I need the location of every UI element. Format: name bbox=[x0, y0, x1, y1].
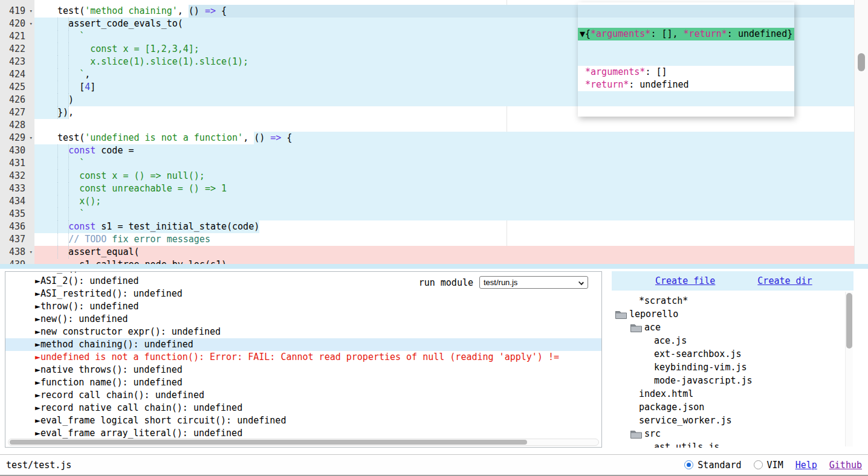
code-text: x(); bbox=[47, 196, 101, 207]
code-line[interactable]: 435 ` bbox=[0, 208, 868, 220]
code-line[interactable]: 437 // TODO fix error messages bbox=[0, 233, 868, 246]
line-number[interactable]: 432 bbox=[0, 170, 34, 182]
file-tree-scrollbar[interactable] bbox=[845, 292, 853, 446]
code-segment: 'undefined is not a function' bbox=[85, 132, 243, 143]
create-file-link[interactable]: Create file bbox=[655, 275, 715, 286]
line-number[interactable]: 425 bbox=[0, 81, 34, 94]
code-segment: => bbox=[270, 132, 281, 143]
keyboard-mode-standard[interactable]: Standard bbox=[684, 460, 741, 471]
tree-file[interactable]: ast_utils.js bbox=[612, 440, 853, 448]
tooltip-header[interactable]: ▼{*arguments*: [], *return*: undefined} bbox=[578, 28, 794, 40]
file-tree-scrollbar-thumb[interactable] bbox=[846, 293, 852, 349]
line-number[interactable]: 438▾ bbox=[0, 246, 34, 259]
test-results-list: ►ASI_1(): undefined►ASI_2(): undefined►A… bbox=[5, 272, 601, 440]
github-link[interactable]: Github bbox=[829, 460, 862, 471]
tree-file[interactable]: service_worker.js bbox=[612, 414, 853, 427]
code-line[interactable]: 433 const unreachable = () => 1 bbox=[0, 182, 868, 195]
tree-item-name: leporello bbox=[629, 307, 678, 321]
line-number[interactable]: 430 bbox=[0, 144, 34, 157]
line-number[interactable]: 434 bbox=[0, 195, 34, 208]
code-line[interactable]: 429▾ test('undefined is not a function',… bbox=[0, 132, 868, 144]
radio-standard-icon[interactable] bbox=[684, 460, 693, 469]
code-text: `, bbox=[47, 69, 90, 80]
tooltip-row[interactable]: *return*: undefined bbox=[578, 79, 794, 91]
code-segment: [ bbox=[47, 82, 85, 92]
fold-icon[interactable]: ▾ bbox=[30, 246, 33, 259]
output-horizontal-scrollbar[interactable] bbox=[8, 439, 599, 446]
test-result-item[interactable]: ►record native call chain(): undefined bbox=[5, 402, 601, 414]
line-number[interactable]: 422 bbox=[0, 43, 34, 56]
test-result-item[interactable]: ►method chaining(): undefined bbox=[5, 338, 601, 351]
test-result-item[interactable]: ►new constructor expr(): undefined bbox=[5, 326, 601, 338]
line-number[interactable]: 423 bbox=[0, 56, 34, 68]
code-segment: test( bbox=[47, 5, 85, 16]
test-result-item[interactable]: ►function name(): undefined bbox=[5, 376, 601, 389]
line-number[interactable]: 419▾ bbox=[0, 5, 34, 18]
line-number[interactable]: 435 bbox=[0, 208, 34, 220]
code-segment: x.slice(1).slice(1).slice(1); bbox=[47, 56, 248, 67]
code-text: assert_code_evals_to( bbox=[47, 18, 183, 29]
line-number[interactable]: 424 bbox=[0, 68, 34, 81]
line-number[interactable]: 437 bbox=[0, 233, 34, 246]
line-number[interactable]: 429▾ bbox=[0, 132, 34, 144]
leporello-app: 419▾ test('method chaining', () => {420▾… bbox=[0, 0, 868, 476]
tree-file[interactable]: *scratch* bbox=[612, 294, 853, 307]
code-line[interactable]: 434 x(); bbox=[0, 195, 868, 208]
fold-icon[interactable]: ▾ bbox=[30, 132, 33, 144]
code-text: [4] bbox=[47, 82, 96, 92]
tree-file[interactable]: keybinding-vim.js bbox=[612, 361, 853, 374]
tree-file[interactable]: mode-javascript.js bbox=[612, 374, 853, 387]
test-result-item[interactable]: ►eval_frame array_literal(): undefined bbox=[5, 427, 601, 440]
tree-file[interactable]: ace.js bbox=[612, 334, 853, 347]
run-module-value: test/run.js bbox=[484, 278, 517, 287]
tree-folder[interactable]: ace bbox=[612, 321, 853, 334]
tree-folder[interactable]: src bbox=[612, 427, 853, 440]
line-number[interactable]: 439 bbox=[0, 259, 34, 264]
radio-vim-icon[interactable] bbox=[754, 460, 763, 469]
line-number[interactable]: 421 bbox=[0, 30, 34, 43]
code-segment: ) bbox=[47, 94, 74, 105]
run-module-select[interactable]: test/run.js bbox=[479, 276, 588, 289]
tree-file[interactable]: ext-searchbox.js bbox=[612, 347, 853, 361]
code-line[interactable]: 438▾ assert_equal( bbox=[0, 246, 868, 259]
code-segment: s1.calltree_node_by_loc(s1) bbox=[47, 259, 227, 264]
line-number[interactable]: 426 bbox=[0, 94, 34, 106]
code-segment: assert_code_evals_to( bbox=[47, 18, 183, 29]
line-number[interactable]: 427 bbox=[0, 106, 34, 119]
create-dir-link[interactable]: Create dir bbox=[757, 275, 812, 286]
code-line[interactable]: 436 const s1 = test_initial_state(code) bbox=[0, 220, 868, 233]
code-text: }), bbox=[47, 107, 74, 118]
test-result-item[interactable]: ►native throws(): undefined bbox=[5, 364, 601, 376]
code-line[interactable]: 430 const code = bbox=[0, 144, 868, 157]
line-number[interactable]: 433 bbox=[0, 182, 34, 195]
editor-vertical-scrollbar[interactable] bbox=[854, 0, 868, 264]
tooltip-row[interactable]: *arguments*: [] bbox=[578, 66, 794, 79]
code-line[interactable]: 432 const x = () => null(); bbox=[0, 170, 868, 182]
test-result-item[interactable]: ►eval_frame logical short circuit(): und… bbox=[5, 414, 601, 427]
test-result-item[interactable]: ►undefined is not a function(): Error: F… bbox=[5, 351, 601, 364]
help-link[interactable]: Help bbox=[795, 460, 817, 471]
fold-icon[interactable]: ▾ bbox=[30, 5, 33, 18]
folder-icon bbox=[630, 429, 642, 439]
tree-file[interactable]: package.json bbox=[612, 400, 853, 414]
test-result-item[interactable]: ►throw(): undefined bbox=[5, 300, 601, 313]
file-tree: *scratch*leporelloaceace.jsext-searchbox… bbox=[612, 291, 853, 448]
test-result-item[interactable]: ►new(): undefined bbox=[5, 313, 601, 326]
value-inspector-tooltip[interactable]: ▼{*arguments*: [], *return*: undefined} … bbox=[578, 2, 794, 117]
output-scrollbar-thumb[interactable] bbox=[10, 440, 527, 445]
test-result-item[interactable]: ►record call chain(): undefined bbox=[5, 389, 601, 402]
line-number[interactable]: 436 bbox=[0, 220, 34, 233]
code-line[interactable]: 439 s1.calltree_node_by_loc(s1) bbox=[0, 259, 868, 264]
line-number[interactable]: 431 bbox=[0, 157, 34, 170]
code-line[interactable]: 431 ` bbox=[0, 157, 868, 170]
line-number[interactable]: 420▾ bbox=[0, 18, 34, 30]
tree-file[interactable]: index.html bbox=[612, 387, 853, 400]
test-result-item[interactable]: ►ASI_restrited(): undefined bbox=[5, 288, 601, 300]
editor-scrollbar-thumb[interactable] bbox=[858, 53, 865, 71]
line-highlight bbox=[254, 132, 868, 144]
code-line[interactable]: 428 bbox=[0, 119, 868, 132]
keyboard-mode-vim[interactable]: VIM bbox=[754, 460, 783, 471]
fold-icon[interactable]: ▾ bbox=[30, 18, 33, 30]
tree-folder[interactable]: leporello bbox=[612, 307, 853, 321]
line-number[interactable]: 428 bbox=[0, 119, 34, 132]
